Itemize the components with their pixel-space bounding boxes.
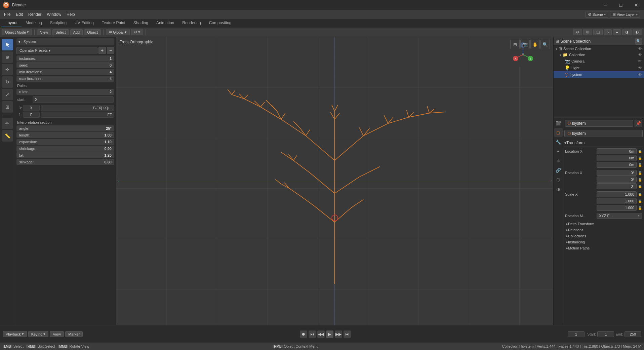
pivot-button[interactable]: ⊙ ▾ — [131, 29, 143, 35]
annotate-tool[interactable]: ✏ — [2, 118, 13, 129]
timeline-marker-menu[interactable]: Marker — [65, 331, 83, 337]
rotation-x-lock[interactable]: 🔒 — [638, 171, 642, 175]
camera-item[interactable]: 📷 Camera 👁 — [554, 58, 644, 65]
scale-tool[interactable]: ⤢ — [2, 89, 13, 100]
transform-tool[interactable]: ⊞ — [2, 101, 13, 113]
move-tool[interactable]: ✛ — [2, 64, 13, 75]
quad-view-button[interactable]: ⊞ — [510, 40, 520, 49]
overlay-button[interactable]: ⊞ — [583, 29, 592, 35]
select-menu-button[interactable]: Select — [52, 29, 69, 35]
rotate-tool[interactable]: ↻ — [2, 76, 13, 88]
collection-visibility[interactable]: 👁 — [638, 52, 642, 57]
rotation-z-lock[interactable]: 🔒 — [638, 185, 642, 188]
data-props-button[interactable]: ⬡ — [554, 175, 563, 184]
rotation-y-field[interactable]: 0° — [597, 177, 637, 183]
rules-count-field[interactable]: rules: 2 — [16, 89, 114, 95]
object-name-field[interactable]: ⬡ lsystem — [564, 130, 643, 137]
modifiers-button[interactable]: 🔧 — [554, 138, 563, 146]
play-pause-button[interactable]: ▶ — [326, 330, 333, 338]
tab-shading[interactable]: Shading — [129, 19, 152, 27]
wireframe-button[interactable]: ○ — [604, 29, 612, 35]
menu-render[interactable]: Render — [26, 11, 44, 18]
lsystem-visibility[interactable]: 👁 — [638, 72, 642, 77]
location-x-field[interactable]: 0m — [597, 148, 637, 154]
collapse-right-button[interactable]: ‹ — [549, 176, 553, 186]
outliner-filter-button[interactable]: 🔍 — [635, 38, 642, 45]
shrinkage-field[interactable]: shrinkage: 0.90 — [16, 146, 114, 152]
object-mode-button[interactable]: Object Mode ▾ — [2, 29, 32, 35]
tab-rendering[interactable]: Rendering — [178, 19, 205, 27]
minimize-button[interactable]: ─ — [598, 0, 613, 10]
collection-item[interactable]: ▾ 📁 Collection 👁 — [554, 52, 644, 58]
end-frame-field[interactable]: 250 — [625, 331, 641, 337]
particles-button[interactable]: ✦ — [554, 147, 563, 156]
viewport-shading-button[interactable]: ⊙ — [573, 29, 582, 35]
tab-modeling[interactable]: Modeling — [22, 19, 46, 27]
angle-field[interactable]: angle: 25° — [16, 125, 114, 131]
rotation-mode-field[interactable]: XYZ E... ▾ — [597, 213, 642, 219]
instancing-section[interactable]: Instancing — [564, 239, 643, 245]
collections-section[interactable]: Collections — [564, 233, 643, 239]
next-frame-button[interactable]: ▶▶ — [335, 330, 342, 338]
rule-0-key[interactable]: X — [23, 105, 40, 111]
rule-1-val[interactable]: FF — [41, 112, 114, 118]
location-x-lock[interactable]: 🔒 — [638, 150, 642, 153]
scale-y-lock[interactable]: 🔒 — [638, 199, 642, 203]
rendered-button[interactable]: ◐ — [633, 29, 642, 35]
start-value-field[interactable]: X — [33, 96, 114, 103]
relations-section[interactable]: Relations — [564, 227, 643, 233]
lsystem-item[interactable]: ⬡ lsystem 👁 — [554, 71, 644, 78]
slinkage-field[interactable]: slinkage: 0.80 — [16, 159, 114, 165]
add-menu-button[interactable]: Add — [70, 29, 83, 35]
location-z-field[interactable]: 0m — [597, 162, 637, 168]
timeline-view-menu[interactable]: View — [50, 331, 64, 337]
transform-global-button[interactable]: ⊕ Global ▾ — [106, 29, 130, 35]
tab-sculpting[interactable]: Sculpting — [46, 19, 71, 27]
rule-0-val[interactable]: F-[[X]+X]+.. — [41, 105, 114, 111]
tab-layout[interactable]: Layout — [1, 19, 22, 27]
instances-field[interactable]: instances: 1 — [16, 55, 114, 62]
scene-collection-visibility[interactable]: 👁 — [638, 46, 642, 51]
material-props-button[interactable]: ◑ — [554, 185, 563, 193]
expansion-field[interactable]: expansion: 1.10 — [16, 139, 114, 145]
menu-edit[interactable]: Edit — [13, 11, 26, 18]
fat-field[interactable]: fat: 1.20 — [16, 152, 114, 158]
zoom-button[interactable]: 🔍 — [540, 40, 550, 49]
light-item[interactable]: 💡 Light 👁 — [554, 65, 644, 71]
close-button[interactable]: ✕ — [629, 0, 644, 10]
length-field[interactable]: length: 1.00 — [16, 132, 114, 138]
view-menu-button[interactable]: View — [37, 29, 51, 35]
motion-paths-section[interactable]: Motion Paths — [564, 245, 643, 251]
cursor-tool[interactable]: ⊕ — [2, 51, 13, 63]
add-preset-button[interactable]: + — [98, 47, 106, 54]
record-button[interactable]: ⏺ — [300, 330, 307, 338]
maximize-button[interactable]: □ — [613, 0, 629, 10]
view-layer-selector[interactable]: ⊞ View Layer ▾ — [610, 11, 640, 18]
camera-visibility[interactable]: 👁 — [638, 59, 642, 64]
scene-selector[interactable]: ⚙ Scene ▾ — [586, 11, 608, 18]
hand-button[interactable]: ✋ — [530, 40, 540, 49]
rotation-z-field[interactable]: 0° — [597, 183, 637, 189]
scene-props-button[interactable]: 🎬 — [554, 119, 563, 127]
rotation-y-lock[interactable]: 🔒 — [638, 178, 642, 182]
transform-section-header[interactable]: Transform — [564, 139, 643, 147]
menu-help[interactable]: Help — [64, 11, 78, 18]
delta-transform-section[interactable]: Delta Transform — [564, 221, 643, 227]
rule-1-key[interactable]: F — [23, 112, 40, 118]
camera-button[interactable]: 📷 — [520, 40, 530, 49]
panel-header-lsystem[interactable]: LSystem — [16, 38, 114, 45]
location-y-lock[interactable]: 🔒 — [638, 156, 642, 160]
collapse-left-button[interactable]: › — [116, 176, 120, 186]
solid-button[interactable]: ● — [613, 29, 621, 35]
prev-frame-button[interactable]: ◀◀ — [317, 330, 325, 338]
scale-y-field[interactable]: 1.000 — [597, 198, 637, 204]
presets-dropdown[interactable]: Operator Presets ▾ — [16, 47, 97, 54]
min-iterations-field[interactable]: min iterations: 4 — [16, 69, 114, 75]
tab-animation[interactable]: Animation — [152, 19, 178, 27]
pin-button[interactable]: 📌 — [635, 120, 642, 127]
physics-button[interactable]: ⚛ — [554, 156, 563, 165]
object-props-button[interactable]: ◻ — [554, 128, 563, 137]
select-tool[interactable] — [2, 39, 13, 50]
current-frame-field[interactable]: 1 — [568, 331, 585, 337]
playback-menu[interactable]: Playback ▾ — [3, 331, 27, 337]
